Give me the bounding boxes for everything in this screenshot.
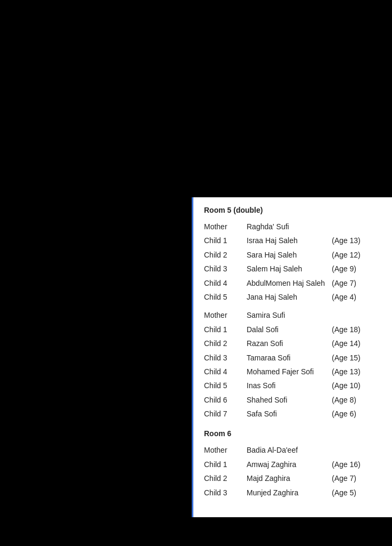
person-name: Sara Haj Saleh — [247, 249, 332, 261]
entry-row: Child 5Inas Sofi(Age 10) — [204, 379, 381, 392]
role-label: Mother — [204, 221, 247, 232]
role-label: Child 3 — [204, 352, 247, 364]
role-label: Child 6 — [204, 394, 247, 406]
person-age: (Age 13) — [332, 235, 361, 246]
person-name: Jana Haj Saleh — [247, 291, 332, 303]
person-name: Israa Haj Saleh — [247, 235, 332, 246]
family-spacer — [204, 304, 381, 308]
entry-row: Child 1Israa Haj Saleh(Age 13) — [204, 234, 381, 247]
person-age: (Age 4) — [332, 291, 356, 303]
entry-row: Child 2Razan Sofi(Age 14) — [204, 336, 381, 350]
person-name: Inas Sofi — [247, 380, 332, 391]
person-name: Tamaraa Sofi — [247, 352, 332, 364]
entry-row: Child 6Shahed Sofi(Age 8) — [204, 393, 381, 407]
role-label: Child 2 — [204, 338, 247, 349]
room-title-room6: Room 6 — [204, 429, 381, 438]
person-age: (Age 7) — [332, 472, 356, 484]
person-name: Salem Haj Saleh — [247, 263, 332, 275]
role-label: Child 7 — [204, 408, 247, 420]
person-name: Shahed Sofi — [247, 394, 332, 406]
person-name: Raghda' Sufi — [247, 221, 332, 232]
role-label: Child 2 — [204, 249, 247, 261]
entry-row: Child 4Mohamed Fajer Sofi(Age 13) — [204, 365, 381, 379]
person-name: Samira Sufi — [247, 309, 332, 321]
role-label: Child 3 — [204, 263, 247, 275]
entry-row: Child 4AbdulMomen Haj Saleh(Age 7) — [204, 276, 381, 290]
person-age: (Age 15) — [332, 352, 361, 364]
room-title-room5: Room 5 (double) — [204, 206, 381, 214]
role-label: Child 4 — [204, 277, 247, 289]
role-label: Child 1 — [204, 324, 247, 335]
entry-row: Child 1Amwaj Zaghira(Age 16) — [204, 457, 381, 471]
role-label: Mother — [204, 444, 247, 456]
person-age: (Age 6) — [332, 408, 356, 420]
person-name: AbdulMomen Haj Saleh — [247, 277, 332, 289]
entry-row: Child 5Jana Haj Saleh(Age 4) — [204, 290, 381, 304]
person-name: Mohamed Fajer Sofi — [247, 366, 332, 378]
person-age: (Age 9) — [332, 263, 356, 275]
role-label: Child 1 — [204, 235, 247, 246]
person-name: Safa Sofi — [247, 408, 332, 420]
entry-row: Child 7Safa Sofi(Age 6) — [204, 407, 381, 421]
person-age: (Age 10) — [332, 380, 361, 391]
person-age: (Age 16) — [332, 459, 361, 470]
entry-row: Child 2Majd Zaghira(Age 7) — [204, 471, 381, 485]
entry-row: Child 3Tamaraa Sofi(Age 15) — [204, 351, 381, 365]
entry-row: Child 3Salem Haj Saleh(Age 9) — [204, 262, 381, 276]
entry-row: Child 1Dalal Sofi(Age 18) — [204, 323, 381, 336]
page-container: Room 5 (double)MotherRaghda' SufiChild 1… — [192, 197, 392, 517]
role-label: Child 3 — [204, 487, 247, 499]
person-age: (Age 13) — [332, 366, 361, 378]
role-label: Child 4 — [204, 366, 247, 378]
role-label: Child 5 — [204, 380, 247, 391]
entry-row: Child 2Sara Haj Saleh(Age 12) — [204, 248, 381, 262]
person-age: (Age 18) — [332, 324, 361, 335]
person-age: (Age 12) — [332, 249, 361, 261]
entry-row: MotherBadia Al-Da'eef — [204, 443, 381, 457]
person-age: (Age 5) — [332, 487, 356, 499]
person-age: (Age 8) — [332, 394, 356, 406]
person-name: Dalal Sofi — [247, 324, 332, 335]
person-name: Munjed Zaghira — [247, 487, 332, 499]
role-label: Child 1 — [204, 459, 247, 470]
person-age: (Age 14) — [332, 338, 361, 349]
entry-row: MotherSamira Sufi — [204, 308, 381, 322]
role-label: Mother — [204, 309, 247, 321]
person-name: Majd Zaghira — [247, 472, 332, 484]
person-name: Razan Sofi — [247, 338, 332, 349]
role-label: Child 5 — [204, 291, 247, 303]
entry-row: Child 3Munjed Zaghira(Age 5) — [204, 486, 381, 500]
entry-row: MotherRaghda' Sufi — [204, 220, 381, 234]
person-name: Amwaj Zaghira — [247, 459, 332, 470]
person-age: (Age 7) — [332, 277, 356, 289]
role-label: Child 2 — [204, 472, 247, 484]
person-name: Badia Al-Da'eef — [247, 444, 332, 456]
